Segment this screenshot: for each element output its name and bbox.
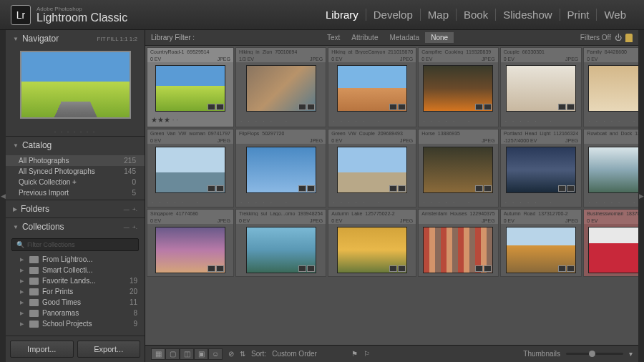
badge-icon[interactable] bbox=[208, 265, 215, 272]
badge-icon[interactable] bbox=[567, 265, 575, 272]
export-button[interactable]: Export... bbox=[77, 341, 141, 358]
badge-icon[interactable] bbox=[558, 104, 566, 110]
compare-view-button[interactable]: ◫ bbox=[180, 348, 194, 360]
grid-cell[interactable]: Hiking_in_Zion_700106941/3 EVJPEG. . . .… bbox=[235, 47, 326, 127]
collections-filter-input[interactable]: 🔍 Filter Collections bbox=[11, 238, 139, 251]
navigator-zoom-modes[interactable]: FIT FILL 1:1 1:2 bbox=[97, 36, 137, 42]
toolbar-expand-icon[interactable]: ▾ bbox=[629, 350, 633, 358]
people-view-button[interactable]: ☺ bbox=[208, 348, 223, 360]
rating-dots[interactable]: . . . . . . bbox=[584, 196, 638, 207]
star-rating[interactable]: ★★★ · · bbox=[147, 114, 233, 127]
badge-icon[interactable] bbox=[484, 185, 492, 192]
catalog-header[interactable]: ▼ Catalog bbox=[6, 137, 145, 154]
module-develop[interactable]: Develop bbox=[366, 9, 421, 21]
badge-icon[interactable] bbox=[298, 265, 306, 272]
badge-icon[interactable] bbox=[398, 185, 406, 192]
badge-icon[interactable] bbox=[307, 185, 315, 192]
badge-icon[interactable] bbox=[307, 104, 315, 110]
thumbnail-slider[interactable] bbox=[566, 353, 623, 355]
badge-icon[interactable] bbox=[208, 104, 215, 110]
right-edge-collapse[interactable]: ▶ bbox=[638, 30, 644, 362]
badge-icon[interactable] bbox=[398, 265, 406, 272]
rating-dots[interactable]: . . . . . . bbox=[501, 196, 582, 207]
reject-icon[interactable]: ⚐ bbox=[364, 350, 370, 358]
module-slideshow[interactable]: Slideshow bbox=[496, 9, 560, 21]
grid-cell[interactable]: Green_VW_Couple_2096894930 EVJPEG. . . .… bbox=[328, 129, 416, 207]
rating-dots[interactable]: . . . . . . bbox=[584, 114, 638, 125]
grid-cell[interactable]: Family_844286000 EVJPEG. . . . . . bbox=[583, 47, 638, 127]
badge-icon[interactable] bbox=[484, 104, 492, 110]
filter-tab-text[interactable]: Text bbox=[321, 32, 346, 43]
badge-icon[interactable] bbox=[484, 265, 492, 272]
sort-icon[interactable]: ⇅ bbox=[240, 350, 245, 358]
rating-dots[interactable]: . . . . . . bbox=[147, 196, 233, 207]
catalog-item[interactable]: Previous Import5 bbox=[6, 187, 145, 198]
sort-value[interactable]: Custom Order bbox=[272, 350, 317, 358]
rating-dots[interactable]: . . . . . . bbox=[501, 114, 582, 125]
grid-cell[interactable]: Hiking_at_BryceCanyon_2110158700 EVJPEG.… bbox=[328, 47, 416, 127]
collection-item[interactable]: ▶Smart Collecti... bbox=[6, 265, 145, 275]
collection-item[interactable]: ▶School Projects9 bbox=[6, 318, 145, 329]
badge-icon[interactable] bbox=[216, 265, 224, 272]
badge-icon[interactable] bbox=[558, 185, 566, 192]
painter-icon[interactable]: ⊘ bbox=[228, 350, 234, 358]
grid-scroll[interactable]: CountryRoad-1_695295140 EVJPEG★★★ · · Hi… bbox=[145, 46, 638, 345]
badge-icon[interactable] bbox=[307, 265, 315, 272]
navigator-preview[interactable] bbox=[6, 47, 145, 124]
module-map[interactable]: Map bbox=[421, 9, 457, 21]
badge-icon[interactable] bbox=[389, 265, 397, 272]
survey-view-button[interactable]: ▣ bbox=[194, 348, 208, 360]
folders-header[interactable]: ▶ Folders — +. bbox=[6, 200, 145, 217]
grid-cell[interactable]: Green_Van_VW_woman_097417970 EVJPEG. . .… bbox=[147, 129, 234, 207]
grid-cell[interactable]: Autumn_Lake_125775022-20 EVJPEG bbox=[328, 209, 416, 277]
module-library[interactable]: Library bbox=[318, 9, 366, 21]
grid-cell[interactable]: Campfire_Cooking_1193208390 EVJPEG. . . … bbox=[418, 47, 498, 127]
badge-icon[interactable] bbox=[298, 185, 306, 192]
collection-item[interactable]: ▶Favorite Lands...19 bbox=[6, 275, 145, 286]
left-edge-collapse[interactable]: ◀ bbox=[0, 30, 6, 362]
module-print[interactable]: Print bbox=[560, 9, 597, 21]
badge-icon[interactable] bbox=[558, 265, 566, 272]
badge-icon[interactable] bbox=[475, 265, 483, 272]
rating-dots[interactable]: . . . . . . bbox=[328, 196, 416, 207]
loupe-view-button[interactable]: ▢ bbox=[165, 348, 180, 360]
filter-tab-attribute[interactable]: Attribute bbox=[346, 32, 384, 43]
collection-item[interactable]: ▶From Lightroo... bbox=[6, 254, 145, 265]
badge-icon[interactable] bbox=[216, 185, 224, 192]
rating-dots[interactable]: . . . . . . bbox=[236, 196, 326, 207]
collection-item[interactable]: ▶Panoramas8 bbox=[6, 308, 145, 318]
badge-icon[interactable] bbox=[298, 104, 306, 110]
lock-icon[interactable] bbox=[625, 34, 633, 42]
filter-tab-metadata[interactable]: Metadata bbox=[384, 32, 425, 43]
badge-icon[interactable] bbox=[398, 104, 406, 110]
import-button[interactable]: Import... bbox=[10, 341, 74, 358]
folders-add-icon[interactable]: — +. bbox=[124, 206, 137, 212]
flag-icon[interactable]: ⚑ bbox=[351, 350, 358, 358]
grid-cell[interactable]: Trekking_sul_Lago...omo_1939482540 EVJPE… bbox=[235, 209, 326, 277]
badge-icon[interactable] bbox=[208, 185, 215, 192]
rating-dots[interactable]: . . . . . . bbox=[419, 114, 497, 125]
grid-cell[interactable]: Couple_663303010 EVJPEG. . . . . . bbox=[500, 47, 582, 127]
navigator-header[interactable]: ▼ Navigator FIT FILL 1:1 1:2 bbox=[6, 30, 145, 47]
rating-dots[interactable]: . . . . . . bbox=[419, 196, 497, 207]
grid-cell[interactable]: Rowboat_and_Dock_181331006JPEG. . . . . … bbox=[583, 129, 638, 207]
collection-item[interactable]: ▶Good Times11 bbox=[6, 297, 145, 308]
rating-dots[interactable]: . . . . . . bbox=[328, 114, 416, 125]
badge-icon[interactable] bbox=[567, 185, 575, 192]
catalog-item[interactable]: All Photographs215 bbox=[6, 155, 145, 166]
module-web[interactable]: Web bbox=[597, 9, 633, 21]
grid-cell[interactable]: Autumn_Road_137312700-20 EVJPEG bbox=[500, 209, 582, 277]
grid-cell[interactable]: Horse_13886935JPEG. . . . . . bbox=[418, 129, 498, 207]
rating-dots[interactable]: . . . . . . bbox=[236, 114, 326, 125]
badge-icon[interactable] bbox=[216, 104, 224, 110]
filters-off-toggle[interactable]: Filters Off ⏻ bbox=[580, 34, 633, 42]
grid-view-button[interactable]: ▦ bbox=[151, 348, 165, 360]
filter-tab-none[interactable]: None bbox=[425, 32, 454, 43]
collections-add-icon[interactable]: — +. bbox=[124, 224, 137, 230]
badge-icon[interactable] bbox=[475, 185, 483, 192]
grid-cell[interactable]: Businesswoman_183786850 EVJPEG bbox=[583, 209, 638, 277]
badge-icon[interactable] bbox=[567, 104, 575, 110]
grid-cell[interactable]: Singapore_417746860 EVJPEG bbox=[147, 209, 234, 277]
grid-cell[interactable]: FlipFlops_50297720JPEG. . . . . . bbox=[235, 129, 326, 207]
catalog-item[interactable]: All Synced Photographs145 bbox=[6, 166, 145, 177]
